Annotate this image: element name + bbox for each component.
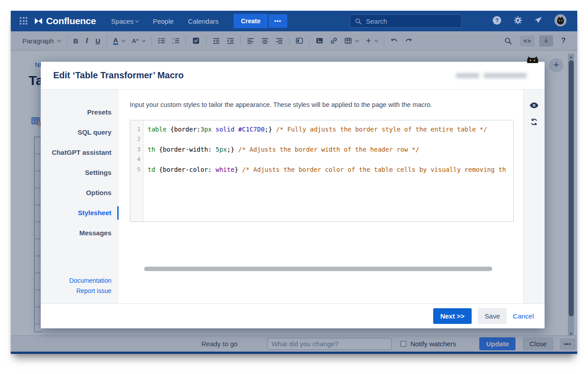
nav-item-calendars[interactable]: Calendars xyxy=(188,17,218,25)
search-icon xyxy=(355,18,362,25)
preview-toggle-button[interactable] xyxy=(530,102,538,110)
global-search[interactable] xyxy=(350,14,462,28)
code-line: td {border-color: white} /* Adjusts the … xyxy=(148,165,513,174)
dialog-tab-stylesheet[interactable]: Stylesheet xyxy=(41,206,119,220)
dialog-tab-options[interactable]: Options xyxy=(41,186,119,200)
code-text[interactable]: table {border:3px solid #C1C7D0;} /* Ful… xyxy=(144,120,513,221)
top-nav: Confluence SpacesPeopleCalendars Create … xyxy=(11,11,577,31)
dialog-tab-sql-query[interactable]: SQL query xyxy=(41,126,119,139)
refresh-icon xyxy=(530,118,538,126)
dialog-sidebar: PresetsSQL queryChatGPT assistantSetting… xyxy=(41,89,119,303)
dialog-body: PresetsSQL queryChatGPT assistantSetting… xyxy=(41,89,545,303)
code-line xyxy=(148,134,513,144)
code-line xyxy=(148,154,513,164)
documentation-link[interactable]: Documentation xyxy=(69,276,111,286)
dialog-sidebar-links: DocumentationReport issue xyxy=(69,276,111,296)
dialog-side-actions xyxy=(523,89,545,303)
code-line: table {border:3px solid #C1C7D0;} /* Ful… xyxy=(148,124,513,134)
browser-page: Confluence SpacesPeopleCalendars Create … xyxy=(11,11,577,354)
confluence-mark-icon xyxy=(34,17,43,25)
line-number: 3 xyxy=(130,144,141,154)
svg-text:?: ? xyxy=(495,17,499,23)
dialog-title: Edit ‘Table Transformer’ Macro xyxy=(53,70,184,81)
line-number: 2 xyxy=(130,134,141,144)
line-number-gutter: 12345 xyxy=(130,120,144,221)
edit-macro-dialog: Edit ‘Table Transformer’ Macro PresetsSQ… xyxy=(41,62,545,328)
notifications-icon xyxy=(534,16,542,24)
settings-icon xyxy=(514,16,522,25)
line-number: 4 xyxy=(130,154,141,164)
settings-button[interactable] xyxy=(514,16,522,26)
dialog-footer: Next >> Save Cancel xyxy=(41,303,545,328)
app-name: Confluence xyxy=(46,16,96,26)
confluence-logo[interactable]: Confluence xyxy=(34,16,96,26)
user-avatar-button[interactable] xyxy=(554,14,567,28)
notifications-button[interactable] xyxy=(534,16,542,26)
line-number: 5 xyxy=(130,165,141,174)
chevron-down-icon xyxy=(135,18,139,22)
stylesheet-code-editor[interactable]: 12345 table {border:3px solid #C1C7D0;} … xyxy=(130,120,514,222)
help-button[interactable]: ? xyxy=(492,16,502,27)
code-horizontal-scrollbar[interactable] xyxy=(144,267,492,271)
nav-item-people[interactable]: People xyxy=(153,17,174,25)
instruction-text: Input your custom styles to tailor the a… xyxy=(130,101,432,108)
nav-item-label: Spaces xyxy=(111,17,133,25)
top-nav-right: ? xyxy=(492,14,567,28)
refresh-button[interactable] xyxy=(530,118,538,128)
dialog-header: Edit ‘Table Transformer’ Macro xyxy=(41,62,545,89)
line-number: 1 xyxy=(130,124,141,134)
search-input[interactable] xyxy=(365,17,446,26)
nav-item-label: Calendars xyxy=(188,17,218,25)
user-avatar-icon xyxy=(554,14,567,26)
black-cat-icon xyxy=(526,55,539,63)
nav-item-spaces[interactable]: Spaces xyxy=(111,17,138,25)
dialog-tab-messages[interactable]: Messages xyxy=(41,226,119,240)
dialog-main-panel: Input your custom styles to tailor the a… xyxy=(119,89,523,303)
code-line: th {border-width: 5px;} /* Adjusts the b… xyxy=(148,144,513,154)
dialog-tab-chatgpt-assistant[interactable]: ChatGPT assistant xyxy=(41,146,119,159)
help-icon: ? xyxy=(492,16,502,25)
next-button[interactable]: Next >> xyxy=(433,308,472,324)
report-issue-link[interactable]: Report issue xyxy=(69,286,111,296)
create-button[interactable]: Create xyxy=(234,14,268,28)
dialog-tab-presets[interactable]: Presets xyxy=(41,106,119,119)
preview-toggle-icon xyxy=(530,102,538,108)
nav-item-label: People xyxy=(153,17,174,25)
create-more-button[interactable]: ••• xyxy=(268,14,287,28)
dialog-tab-settings[interactable]: Settings xyxy=(41,166,119,179)
save-button[interactable]: Save xyxy=(478,308,507,324)
app-switcher-icon[interactable] xyxy=(20,17,28,25)
top-nav-menu: SpacesPeopleCalendars xyxy=(111,17,218,25)
cancel-button[interactable]: Cancel xyxy=(513,312,534,320)
blurred-version-text xyxy=(456,73,527,78)
